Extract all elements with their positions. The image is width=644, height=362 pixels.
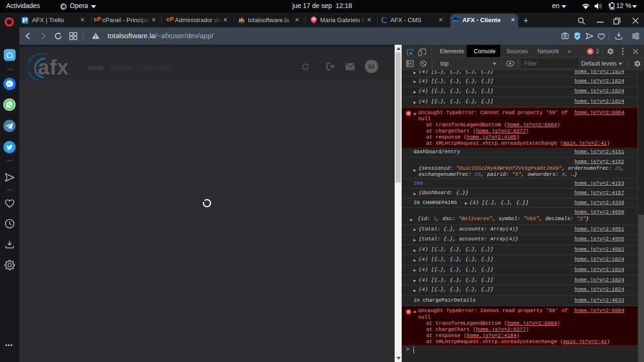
svg-text:PMA: PMA: [239, 21, 245, 24]
svg-text:afx: afx: [454, 19, 458, 22]
svg-text:afx: afx: [38, 56, 69, 79]
